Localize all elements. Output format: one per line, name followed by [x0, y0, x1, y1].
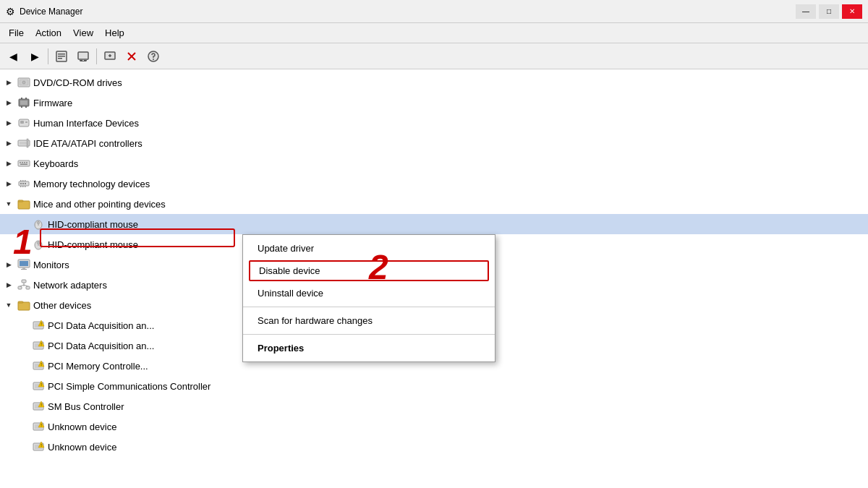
menu-action[interactable]: Action: [30, 25, 67, 41]
firmware-icon: [17, 96, 30, 109]
tree-item-unknown-1[interactable]: ▶ ! Unknown device: [0, 416, 868, 437]
svg-rect-55: [20, 261, 28, 266]
properties-button[interactable]: [51, 46, 72, 67]
dvd-icon: [17, 76, 30, 89]
warning-icon-pci-acq-2: !: [32, 339, 45, 352]
svg-rect-58: [22, 280, 26, 283]
tree-item-hid[interactable]: ▶ Human Interface Devices: [0, 113, 868, 133]
menu-file[interactable]: File: [3, 25, 30, 41]
expand-arrow-monitors[interactable]: ▶: [3, 259, 14, 270]
svg-rect-46: [18, 201, 30, 209]
svg-rect-65: [18, 301, 23, 303]
hid-mouse-2-label: HID-compliant mouse: [48, 239, 138, 250]
network-label: Network adapters: [33, 280, 107, 291]
svg-rect-29: [27, 139, 28, 147]
tree-item-keyboards[interactable]: ▶ Keyboards: [0, 153, 868, 174]
expand-arrow-network[interactable]: ▶: [3, 279, 14, 291]
ctx-disable-device[interactable]: Disable device: [249, 260, 489, 281]
tree-item-pci-simple[interactable]: ▶ ! PCI Simple Communications Controller: [0, 376, 868, 396]
other-folder-icon: [17, 299, 30, 312]
svg-rect-31: [20, 162, 21, 163]
ctx-separator-1: [243, 307, 495, 307]
svg-rect-39: [25, 183, 26, 184]
svg-line-62: [20, 285, 25, 286]
svg-rect-35: [20, 164, 27, 166]
window-title: Device Manager: [20, 7, 82, 17]
svg-rect-37: [20, 183, 22, 184]
help-button[interactable]: [143, 46, 163, 67]
tree-item-sm-bus[interactable]: ▶ ! SM Bus Controller: [0, 396, 868, 416]
pci-mem-label: PCI Memory Controlle...: [48, 361, 148, 372]
svg-rect-30: [18, 160, 30, 166]
forward-button[interactable]: ▶: [25, 46, 45, 67]
ctx-scan-hardware[interactable]: Scan for hardware changes: [243, 310, 495, 331]
minimize-button[interactable]: —: [796, 4, 816, 19]
expand-arrow-hid[interactable]: ▶: [3, 117, 14, 129]
svg-rect-41: [22, 180, 24, 181]
warning-icon-pci-mem: !: [32, 359, 45, 372]
tree-item-unknown-2[interactable]: ▶ ! Unknown device: [0, 437, 868, 457]
tree-item-memory[interactable]: ▶ Memory technology devices: [0, 174, 868, 194]
tree-item-hid-mouse-1[interactable]: ▶ HID-compliant mouse: [0, 214, 868, 234]
title-bar-left: ⚙ Device Manager: [6, 6, 82, 17]
monitors-label: Monitors: [33, 260, 69, 270]
toolbar-separator-2: [96, 48, 97, 64]
svg-rect-20: [21, 98, 22, 99]
expand-arrow-mice[interactable]: ▼: [3, 198, 14, 210]
svg-rect-22: [21, 106, 22, 108]
hid-mouse-1-label: HID-compliant mouse: [48, 219, 138, 230]
svg-rect-2: [58, 56, 65, 57]
title-icon: ⚙: [6, 6, 15, 17]
svg-point-50: [37, 222, 40, 224]
maximize-button[interactable]: □: [819, 4, 839, 19]
back-button[interactable]: ◀: [3, 46, 23, 67]
svg-rect-40: [20, 180, 22, 181]
scan-hardware-button[interactable]: [100, 46, 120, 67]
mice-label: Mice and other pointing devices: [33, 199, 166, 210]
expand-arrow-other[interactable]: ▼: [3, 299, 14, 311]
svg-rect-47: [18, 200, 23, 202]
tree-item-firmware[interactable]: ▶ Firmware: [0, 93, 868, 113]
svg-rect-34: [26, 162, 27, 163]
network-icon: [17, 278, 30, 291]
tree-item-ide[interactable]: ▶ IDE ATA/ATAPI controllers: [0, 133, 868, 153]
expand-arrow-memory[interactable]: ▶: [3, 178, 14, 189]
svg-rect-44: [22, 186, 24, 187]
svg-rect-4: [78, 52, 88, 59]
toolbar-separator-1: [48, 48, 48, 64]
unknown-2-label: Unknown device: [48, 442, 116, 453]
svg-rect-26: [25, 121, 27, 123]
svg-rect-25: [20, 121, 24, 124]
tree-item-dvd[interactable]: ▶ DVD/CD-ROM drives: [0, 72, 868, 93]
monitor-icon: [17, 258, 30, 271]
menu-view[interactable]: View: [67, 25, 99, 41]
menu-bar: File Action View Help: [0, 23, 868, 43]
svg-rect-59: [18, 286, 22, 289]
expand-arrow-firmware[interactable]: ▶: [3, 97, 14, 108]
close-button[interactable]: ✕: [842, 4, 862, 19]
menu-help[interactable]: Help: [99, 25, 130, 41]
pci-acq-1-label: PCI Data Acquisition an...: [48, 320, 154, 331]
dvd-label: DVD/CD-ROM drives: [33, 77, 122, 88]
expand-arrow-keyboards[interactable]: ▶: [3, 158, 14, 169]
keyboards-label: Keyboards: [33, 158, 78, 169]
svg-point-17: [22, 81, 25, 84]
tree-item-mice[interactable]: ▼ Mice and other pointing devices: [0, 194, 868, 214]
ctx-uninstall-device[interactable]: Uninstall device: [243, 283, 495, 304]
expand-arrow-dvd[interactable]: ▶: [3, 77, 14, 88]
svg-rect-32: [22, 162, 23, 163]
title-bar: ⚙ Device Manager — □ ✕: [0, 0, 868, 23]
delete-button[interactable]: [122, 46, 142, 67]
svg-rect-7: [80, 61, 86, 61]
hid-icon: [17, 116, 30, 129]
title-controls[interactable]: — □ ✕: [796, 4, 862, 19]
update-driver-button[interactable]: [73, 46, 93, 67]
expand-arrow-ide[interactable]: ▶: [3, 137, 14, 149]
unknown-1-label: Unknown device: [48, 421, 116, 432]
ctx-update-driver[interactable]: Update driver: [243, 238, 495, 259]
warning-icon-pci-simple: !: [32, 380, 45, 393]
memory-label: Memory technology devices: [33, 179, 150, 189]
ctx-properties[interactable]: Properties: [243, 338, 495, 359]
sm-bus-label: SM Bus Controller: [48, 401, 124, 412]
main-content: ▶ DVD/CD-ROM drives ▶: [0, 69, 868, 488]
